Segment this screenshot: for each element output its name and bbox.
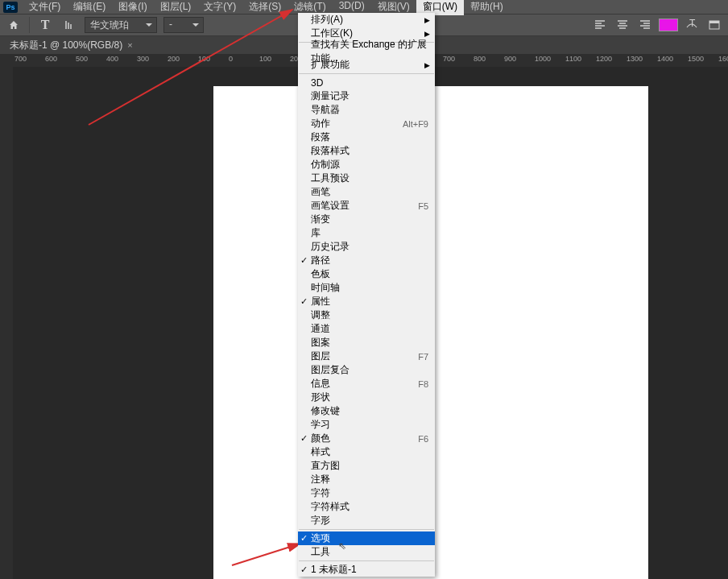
menu-图像[interactable]: 图像(I) [112, 0, 153, 15]
menu-item-查找有关Exchange的扩展功能[interactable]: 查找有关 Exchange 的扩展功能... [298, 44, 435, 58]
menu-item-历史记录[interactable]: 历史记录 [298, 240, 435, 254]
menu-选择[interactable]: 选择(S) [242, 0, 287, 15]
menu-item-形状[interactable]: 形状 [298, 391, 435, 404]
close-icon[interactable]: × [127, 40, 132, 50]
menu-item-label: 调整 [311, 308, 330, 322]
menu-item-通道[interactable]: 通道 [298, 322, 435, 336]
menu-item-段落[interactable]: 段落 [298, 130, 435, 144]
font-family-select[interactable]: 华文琥珀 [85, 17, 157, 33]
align-center-icon[interactable] [614, 16, 631, 34]
ruler-tick: 1300 [627, 55, 643, 63]
menu-item-图层复合[interactable]: 图层复合 [298, 363, 435, 377]
menu-item-label: 动作 [311, 117, 330, 130]
ruler-tick: 800 [474, 55, 486, 63]
menu-item-注释[interactable]: 注释 [298, 473, 435, 486]
panel-icon[interactable] [705, 16, 723, 34]
home-icon[interactable] [5, 16, 23, 34]
menu-item-label: 1 未标题-1 [311, 563, 357, 577]
menu-item-shortcut: F8 [418, 379, 428, 389]
menu-编辑[interactable]: 编辑(E) [67, 0, 112, 15]
menu-item-shortcut: F5 [418, 201, 428, 211]
menu-item-label: 通道 [311, 322, 330, 336]
menu-item-色板[interactable]: 色板 [298, 267, 435, 281]
menu-item-颜色[interactable]: 颜色F6 [298, 432, 435, 445]
menu-item-label: 色板 [311, 267, 330, 281]
menu-item-工具预设[interactable]: 工具预设 [298, 172, 435, 185]
menu-item-画笔[interactable]: 画笔 [298, 185, 435, 199]
menu-item-修改键[interactable]: 修改键 [298, 404, 435, 418]
menu-item-调整[interactable]: 调整 [298, 308, 435, 322]
align-left-icon[interactable] [591, 16, 609, 34]
menu-item-段落样式[interactable]: 段落样式 [298, 144, 435, 158]
menu-item-库[interactable]: 库 [298, 226, 435, 240]
menu-item-导航器[interactable]: 导航器 [298, 103, 435, 117]
ruler-tick: 1000 [535, 55, 551, 63]
text-tool-icon[interactable]: T [36, 16, 54, 34]
menu-item-选项[interactable]: 选项 [298, 531, 435, 545]
menu-文字[interactable]: 文字(Y) [197, 0, 242, 15]
menu-item-label: 画笔设置 [311, 199, 350, 213]
menu-item-1未标题1[interactable]: 1 未标题-1 [298, 563, 435, 577]
menu-item-时间轴[interactable]: 时间轴 [298, 281, 435, 295]
align-right-icon[interactable] [636, 16, 654, 34]
app-logo: Ps [3, 2, 18, 13]
menu-item-渐变[interactable]: 渐变 [298, 213, 435, 226]
menu-item-信息[interactable]: 信息F8 [298, 377, 435, 391]
ruler-tick: 1500 [688, 55, 704, 63]
menu-item-路径[interactable]: 路径 [298, 254, 435, 267]
menu-item-学习[interactable]: 学习 [298, 418, 435, 432]
menu-item-图层[interactable]: 图层F7 [298, 349, 435, 363]
menu-item-图案[interactable]: 图案 [298, 336, 435, 349]
menu-item-label: 工具预设 [311, 172, 350, 185]
menu-文件[interactable]: 文件(F) [23, 0, 67, 15]
ruler-tick: 900 [504, 55, 516, 63]
menu-item-label: 测量记录 [311, 89, 350, 103]
menu-图层[interactable]: 图层(L) [154, 0, 198, 15]
text-color-swatch[interactable] [659, 19, 678, 31]
menu-item-label: 样式 [311, 445, 330, 459]
menu-item-扩展功能[interactable]: 扩展功能 [298, 58, 435, 72]
document-tab[interactable]: 未标题-1 @ 100%(RGB/8) × [5, 39, 138, 52]
svg-text:T: T [689, 19, 696, 29]
menu-item-字符样式[interactable]: 字符样式 [298, 500, 435, 514]
document-tab-label: 未标题-1 @ 100%(RGB/8) [10, 39, 122, 52]
menu-item-label: 修改键 [311, 404, 340, 418]
menu-item-label: 学习 [311, 418, 330, 432]
menu-item-label: 直方图 [311, 459, 340, 473]
menu-item-测量记录[interactable]: 测量记录 [298, 89, 435, 103]
ruler-tick: 200 [168, 55, 180, 63]
ruler-vertical [0, 67, 13, 579]
menu-item-字符[interactable]: 字符 [298, 486, 435, 500]
menu-item-3D[interactable]: 3D [298, 76, 435, 89]
warp-text-icon[interactable]: T [683, 16, 701, 34]
menu-item-直方图[interactable]: 直方图 [298, 459, 435, 473]
menu-item-label: 注释 [311, 473, 330, 486]
ruler-tick: 1600 [718, 55, 728, 63]
font-style-select[interactable]: - [163, 17, 204, 33]
menu-item-字形[interactable]: 字形 [298, 514, 435, 527]
menu-item-label: 字形 [311, 514, 330, 527]
menu-item-工具[interactable]: 工具 [298, 545, 435, 559]
menu-item-排列A[interactable]: 排列(A) [298, 13, 435, 27]
menu-item-label: 排列(A) [311, 13, 343, 27]
menu-item-动作[interactable]: 动作Alt+F9 [298, 117, 435, 130]
menu-item-label: 仿制源 [311, 158, 340, 172]
menu-item-画笔设置[interactable]: 画笔设置F5 [298, 199, 435, 213]
menu-帮助[interactable]: 帮助(H) [464, 0, 510, 15]
menubar: Ps 文件(F)编辑(E)图像(I)图层(L)文字(Y)选择(S)滤镜(T)3D… [0, 0, 728, 14]
menu-item-shortcut: Alt+F9 [403, 119, 428, 129]
ruler-tick: 0 [229, 55, 233, 63]
orientation-icon[interactable] [60, 16, 78, 34]
menu-item-label: 段落样式 [311, 144, 350, 158]
menu-item-label: 图层复合 [311, 363, 350, 377]
menu-item-样式[interactable]: 样式 [298, 445, 435, 459]
menu-item-仿制源[interactable]: 仿制源 [298, 158, 435, 172]
menu-item-label: 信息 [311, 377, 330, 391]
menu-item-label: 画笔 [311, 185, 330, 199]
ruler-tick: 400 [106, 55, 118, 63]
menu-item-label: 字符样式 [311, 500, 350, 514]
window-menu-dropdown: 排列(A)工作区(K)查找有关 Exchange 的扩展功能...扩展功能3D测… [298, 13, 435, 577]
menu-item-属性[interactable]: 属性 [298, 295, 435, 308]
menu-item-shortcut: F7 [418, 352, 428, 362]
menu-item-label: 字符 [311, 486, 330, 500]
